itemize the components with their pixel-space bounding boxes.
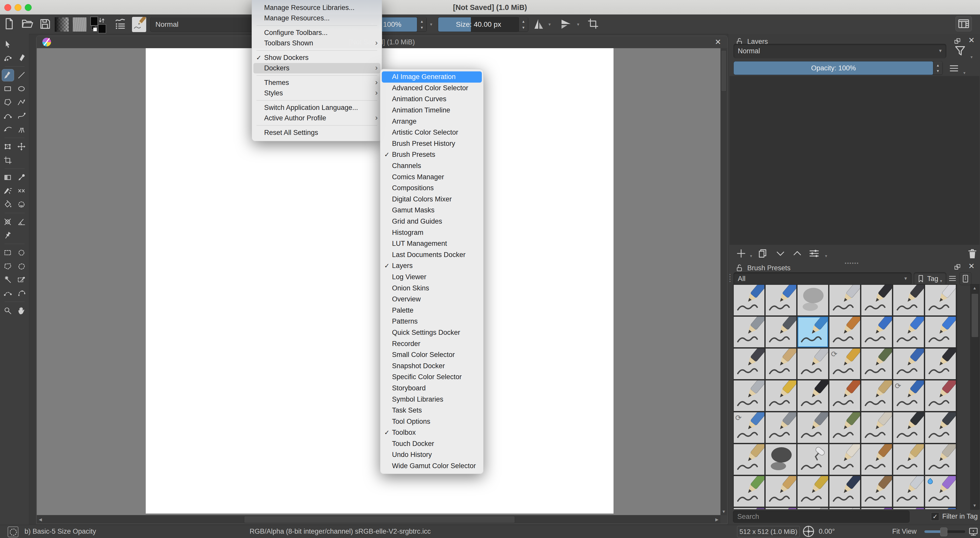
menu-item-themes[interactable]: Themes› [253,78,380,88]
tool-dynamic-brush-icon[interactable] [2,124,14,135]
submenu-item-toolbox[interactable]: ✓Toolbox [382,427,482,438]
tool-pattern-edit-icon[interactable] [16,185,27,197]
brush-preset-tile[interactable] [765,285,796,316]
maximize-traffic-light[interactable] [25,4,32,11]
submenu-item-digital-colors-mixer[interactable]: Digital Colors Mixer [382,194,482,205]
menu-item-configure-toolbars[interactable]: Configure Toolbars... [253,27,380,38]
submenu-item-animation-timeline[interactable]: Animation Timeline [382,105,482,116]
pattern-chooser[interactable] [73,17,87,32]
submenu-item-grid-and-guides[interactable]: Grid and Guides [382,216,482,227]
tool-select-freehand-icon[interactable] [16,260,27,272]
submenu-item-ai-image-generation[interactable]: AI Image Generation [382,71,482,83]
tool-fill-icon[interactable] [2,198,14,210]
wrap-around-icon[interactable] [587,17,600,30]
selection-mode-icon[interactable] [8,527,18,537]
tag-row-splitter-handle[interactable]: ▪▪▪▪ [729,273,732,284]
tool-calligraphy-icon[interactable] [16,52,27,64]
submenu-item-onion-skins[interactable]: Onion Skins [382,282,482,294]
brush-preset-tile[interactable] [925,285,956,316]
workspace-chooser-button[interactable] [956,16,972,31]
submenu-item-advanced-color-selector[interactable]: Advanced Color Selector [382,83,482,94]
submenu-item-quick-settings-docker[interactable]: Quick Settings Docker [382,327,482,338]
pixel-grid-monitor-icon[interactable] [968,527,978,537]
submenu-item-task-sets[interactable]: Task Sets [382,405,482,416]
submenu-item-compositions[interactable]: Compositions [382,183,482,194]
move-layer-up-icon[interactable] [792,248,803,259]
submenu-item-channels[interactable]: Channels [382,160,482,171]
add-layer-dropdown-icon[interactable]: ▼ [749,254,753,258]
menu-item-reset-all-settings[interactable]: Reset All Settings [253,127,380,138]
docker-splitter-handle[interactable]: ▪▪▪▪▪▪ [845,260,859,266]
brush-preset-tile[interactable] [829,317,860,347]
menu-item-dockers[interactable]: Dockers› [253,63,380,73]
brush-size-spinbox[interactable]: Size: 40.00 px [438,17,519,32]
move-layer-down-icon[interactable] [775,248,786,259]
gradient-chooser[interactable] [55,17,69,32]
submenu-item-storyboard[interactable]: Storyboard [382,383,482,394]
brush-preset-tile[interactable] [765,444,796,475]
docker-lock-icon[interactable] [735,263,744,272]
save-document-icon[interactable] [39,17,52,30]
rotation-value[interactable]: 0.00° [819,528,835,535]
tool-select-poly-icon[interactable] [2,260,14,272]
opacity-slider-arrows[interactable]: ▲▼ [933,61,943,75]
brush-preset-tile[interactable]: ⟳ [797,508,828,509]
brush-preset-tile[interactable] [861,412,892,443]
brush-preset-tile[interactable] [734,476,764,507]
submenu-item-last-documents-docker[interactable]: Last Documents Docker [382,249,482,260]
brush-preset-tile[interactable] [925,444,956,475]
layer-properties-icon[interactable] [808,248,820,259]
tool-freehand-path-icon[interactable] [16,110,27,122]
brush-preset-tile[interactable] [797,444,828,475]
brush-preset-tile[interactable] [861,508,892,509]
opacity-spin-arrows[interactable]: ▲▼ [417,17,427,32]
preset-grid-scrollbar[interactable]: ▲ ▼ [970,284,980,510]
zoom-slider[interactable] [924,530,965,533]
vscroll-thumb[interactable] [721,50,727,92]
brush-option-list-icon[interactable] [114,17,127,30]
duplicate-layer-icon[interactable] [757,248,768,259]
menu-item-manage-resource-libraries[interactable]: Manage Resource Libraries... [253,3,380,13]
opacity-spinbox[interactable]: 100% [379,17,417,32]
filter-in-tag-checkbox[interactable]: ✓ [931,513,939,521]
size-spin-arrows[interactable]: ▲▼ [519,17,528,32]
brush-preset-tile[interactable] [734,508,764,509]
brush-preset-tile[interactable] [734,349,764,379]
tag-button[interactable]: Tag ▼ [914,272,946,285]
submenu-item-overview[interactable]: Overview [382,294,482,305]
brush-presets-close-icon[interactable]: ✕ [968,262,975,271]
brush-preset-tile[interactable] [925,349,956,379]
tool-select-magnetic-icon[interactable] [16,287,27,299]
opacity-dropdown-icon[interactable]: ▼ [429,22,433,27]
brush-preset-tile[interactable] [893,476,924,507]
submenu-item-specific-color-selector[interactable]: Specific Color Selector [382,371,482,383]
tool-select-ellipse-icon[interactable] [16,247,27,259]
submenu-item-small-color-selector[interactable]: Small Color Selector [382,349,482,360]
tool-ellipse-icon[interactable] [16,83,27,95]
brush-preset-tile[interactable] [797,381,828,411]
brush-preset-tile[interactable] [734,317,764,347]
tool-select-magic-icon[interactable] [2,274,14,286]
tool-transform-icon[interactable] [2,141,14,152]
brush-preset-tile[interactable]: ⟳ [893,381,924,411]
mirror-vertical-icon[interactable] [559,17,572,30]
tool-gradient-icon[interactable] [2,171,14,183]
brush-preset-tile[interactable] [925,508,956,509]
layer-blend-mode-combo[interactable]: Normal ▼ [733,44,946,58]
tool-enclose-fill-icon[interactable] [16,198,27,210]
brush-preset-tile[interactable] [829,381,860,411]
brush-preset-tile[interactable] [765,508,796,509]
preset-view-mode-button[interactable] [959,272,971,285]
brush-preset-tile[interactable]: ⟳ [734,412,764,443]
tool-polyline-icon[interactable] [16,96,27,108]
brush-preset-tile[interactable] [734,381,764,411]
brush-preset-tile[interactable] [797,476,828,507]
submenu-item-snapshot-docker[interactable]: Snapshot Docker [382,360,482,371]
tool-polygon-icon[interactable] [2,96,14,108]
hamburger-dropdown-icon[interactable]: ▼ [963,71,966,75]
menu-item-styles[interactable]: Styles› [253,88,380,98]
properties-dropdown-icon[interactable]: ▼ [824,254,828,258]
add-layer-icon[interactable] [735,248,747,259]
submenu-item-tool-options[interactable]: Tool Options [382,416,482,427]
brush-preset-tile[interactable] [861,285,892,316]
